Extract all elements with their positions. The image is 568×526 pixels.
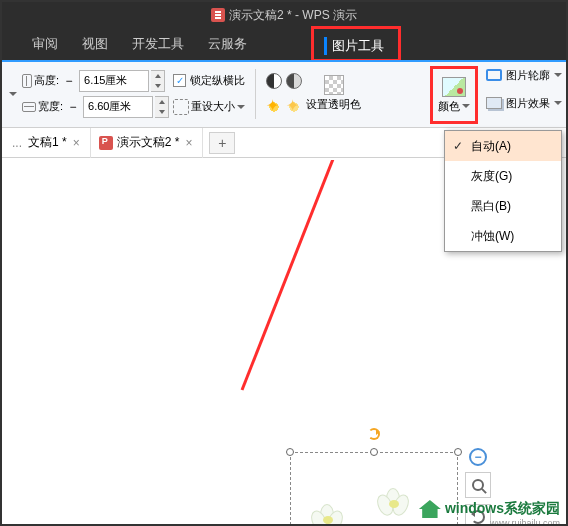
chevron-down-icon (554, 73, 562, 77)
width-label: 宽度: (38, 99, 63, 114)
ribbon: 高度: − 6.15厘米 宽度: − 6.60厘米 锁定纵横比 重设大小 (2, 60, 566, 128)
color-swatch-icon (442, 77, 466, 97)
ribbon-dropdown-1[interactable] (8, 92, 18, 96)
zoom-button[interactable] (465, 472, 491, 498)
color-option-washout[interactable]: 冲蚀(W) (445, 221, 561, 251)
close-icon[interactable]: × (183, 136, 194, 150)
picture-tools-tab-highlight: 图片工具 (311, 26, 401, 62)
color-option-bw[interactable]: 黑白(B) (445, 191, 561, 221)
color-option-gray[interactable]: 灰度(G) (445, 161, 561, 191)
collapse-button[interactable]: − (469, 448, 487, 466)
color-button-highlight: 颜色 (430, 66, 478, 124)
contrast-increase-icon[interactable] (266, 73, 282, 89)
chevron-down-icon (237, 105, 245, 109)
document-title: 演示文稿2 * - WPS 演示 (229, 7, 357, 24)
house-icon (419, 500, 441, 518)
menu-review[interactable]: 审阅 (32, 35, 58, 53)
presentation-icon (99, 136, 113, 150)
resize-handle-tm[interactable] (370, 448, 378, 456)
picture-effects-button[interactable]: 图片效果 (486, 92, 562, 114)
picture-effects-icon (486, 97, 502, 109)
chevron-down-icon (462, 104, 470, 108)
app-icon (211, 8, 225, 22)
zoom-icon (472, 479, 484, 491)
close-icon[interactable]: × (71, 136, 82, 150)
lock-ratio-label: 锁定纵横比 (190, 73, 245, 88)
height-label: 高度: (34, 73, 59, 88)
add-tab-button[interactable]: + (209, 132, 235, 154)
width-icon (22, 102, 36, 112)
menu-devtools[interactable]: 开发工具 (132, 35, 184, 53)
height-spin-up[interactable] (151, 71, 164, 81)
brightness-increase-icon[interactable] (266, 99, 282, 115)
height-spin-down[interactable] (151, 81, 164, 91)
height-decrease[interactable]: − (61, 74, 77, 88)
lock-ratio-group: 锁定纵横比 重设大小 (173, 70, 245, 118)
picture-outline-icon (486, 69, 502, 81)
svg-line-1 (242, 160, 376, 390)
transparent-icon (324, 75, 344, 95)
menu-picture-tools[interactable]: 图片工具 (332, 37, 384, 55)
color-button[interactable]: 颜色 (438, 99, 470, 114)
chevron-down-icon (554, 101, 562, 105)
tab-presentation-2[interactable]: 演示文稿2 * × (91, 128, 204, 158)
picture-style-group: 图片轮廓 图片效果 (486, 64, 562, 114)
reset-size-button[interactable]: 重设大小 (173, 96, 245, 118)
menu-bar: 审阅 视图 开发工具 云服务 图片工具 (2, 28, 566, 60)
rotate-handle[interactable] (368, 428, 380, 440)
set-transparent-button[interactable]: 设置透明色 (306, 75, 361, 112)
size-group: 高度: − 6.15厘米 宽度: − 6.60厘米 (22, 70, 169, 118)
width-spin-up[interactable] (155, 97, 168, 107)
color-option-auto[interactable]: 自动(A) (445, 131, 561, 161)
watermark: windows系统家园 www.ruihailu.com (419, 500, 560, 518)
width-spin-down[interactable] (155, 107, 168, 117)
picture-outline-button[interactable]: 图片轮廓 (486, 64, 562, 86)
contrast-decrease-icon[interactable] (286, 73, 302, 89)
brightness-decrease-icon[interactable] (286, 99, 302, 115)
adjust-icons (266, 70, 302, 118)
height-icon (22, 74, 32, 88)
lock-ratio-checkbox[interactable] (173, 74, 186, 87)
menu-cloud[interactable]: 云服务 (208, 35, 247, 53)
width-input[interactable]: 6.60厘米 (83, 96, 153, 118)
resize-handle-tl[interactable] (286, 448, 294, 456)
width-decrease[interactable]: − (65, 100, 81, 114)
resize-handle-tr[interactable] (454, 448, 462, 456)
height-input[interactable]: 6.15厘米 (79, 70, 149, 92)
title-bar: 演示文稿2 * - WPS 演示 (2, 2, 566, 28)
tab-presentation-1[interactable]: 文稿1 * × (4, 128, 91, 158)
reset-size-icon (173, 99, 189, 115)
menu-view[interactable]: 视图 (82, 35, 108, 53)
color-dropdown-menu: 自动(A) 灰度(G) 黑白(B) 冲蚀(W) (444, 130, 562, 252)
